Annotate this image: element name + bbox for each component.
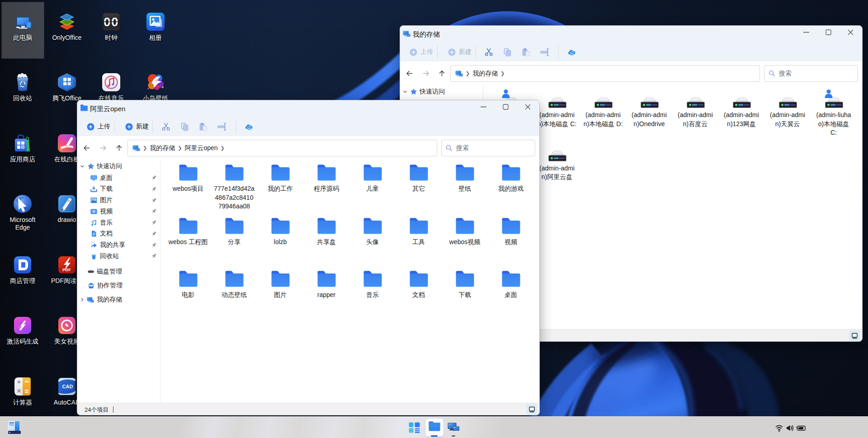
svg-text:PDF: PDF: [62, 267, 71, 272]
svg-text:CAD: CAD: [62, 384, 73, 389]
